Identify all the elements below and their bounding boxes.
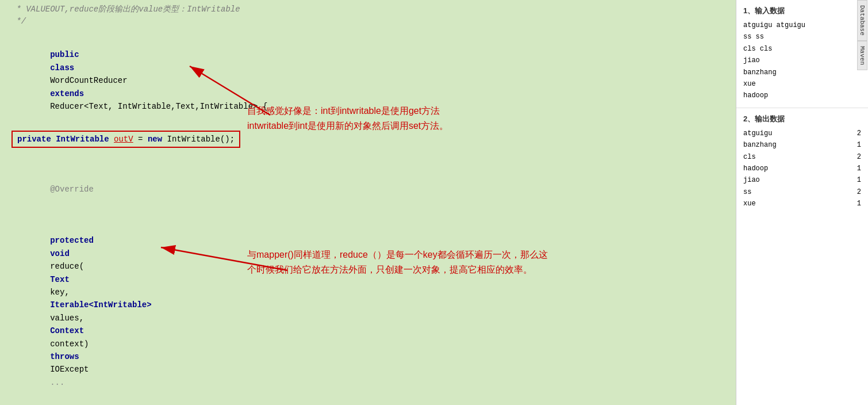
annotation-1-line1: 自我感觉好像是：int到intwritable是使用get方法: [247, 104, 448, 119]
input-item-4: jiao: [743, 55, 861, 66]
iterable-type: Iterable<IntWritable>: [50, 300, 156, 310]
annotation-2: 与mapper()同样道理，reduce（）是每一个key都会循环遍历一次，那么…: [247, 247, 548, 277]
input-item-6: xue: [743, 78, 861, 90]
class-name: WordCountReducer: [50, 76, 132, 85]
new-keyword: new: [148, 135, 167, 144]
annotation-2-line2: 个时候我们给它放在方法外面，只创建一次对象，提高它相应的效率。: [247, 262, 548, 277]
annotation-2-line1: 与mapper()同样道理，reduce（）是每一个key都会循环遍历一次，那么…: [247, 247, 548, 262]
protected-keyword: protected: [50, 236, 98, 245]
input-item-2: ss ss: [743, 31, 861, 43]
private-keyword: private: [17, 135, 56, 144]
output-word-6: ss: [743, 186, 751, 198]
class-declaration-block: public class WordCountReducer extends Re…: [0, 30, 736, 405]
output-item-6: ss 2: [743, 186, 861, 198]
override-annotation: @Override: [50, 185, 94, 194]
input-item-3: cls cls: [743, 43, 861, 55]
context-type: Context: [50, 326, 89, 335]
spacer1: [11, 152, 724, 157]
main-container: * VALUEOUT,reduce阶段输出的value类型：IntWritabl…: [0, 0, 868, 405]
override-line: @Override: [11, 157, 724, 209]
input-item-7: hadoop: [743, 90, 861, 101]
output-word-7: xue: [743, 198, 756, 209]
context-param: context): [50, 339, 94, 349]
output-item-2: banzhang 1: [743, 139, 861, 151]
text-type: Text: [50, 275, 74, 284]
input-item-5: banzhang: [743, 67, 861, 78]
class-keyword: class: [50, 63, 79, 72]
code-area: * VALUEOUT,reduce阶段输出的value类型：IntWritabl…: [0, 0, 736, 405]
input-data-section: 1、输入数据 atguigu atguigu ss ss cls cls jia…: [736, 0, 868, 108]
exception-type: IOExcept: [50, 365, 89, 374]
throws-keyword: throws: [50, 352, 84, 361]
extends-keyword: extends: [50, 89, 89, 98]
method-signature-line: protected void reduce( Text key, Iterabl…: [11, 209, 724, 402]
intwritable-type: IntWritable: [56, 135, 114, 144]
vertical-tabs: Database Maven: [857, 0, 868, 405]
highlighted-field: private IntWritable outV = new IntWritab…: [11, 131, 240, 148]
comment-line-2: */: [11, 16, 724, 28]
annotation-1: 自我感觉好像是：int到intwritable是使用get方法 intwrita…: [247, 104, 448, 133]
public-keyword: public: [50, 50, 84, 59]
output-item-7: xue 1: [743, 198, 861, 209]
output-item-1: atguigu 2: [743, 128, 861, 139]
class-generics: Reducer<Text, IntWritable,Text,IntWritab…: [50, 102, 267, 111]
output-word-4: hadoop: [743, 163, 768, 174]
truncated: ...: [50, 378, 64, 387]
values-param: values,: [50, 314, 89, 323]
output-data-section: 2、输出数据 atguigu 2 banzhang 1 cls 2 hadoop…: [736, 108, 868, 216]
output-word-3: cls: [743, 151, 756, 163]
input-title: 1、输入数据: [743, 6, 861, 16]
constructor: IntWritable();: [167, 135, 235, 144]
maven-tab[interactable]: Maven: [857, 41, 867, 70]
method-name: reduce(: [50, 262, 84, 271]
top-comment: * VALUEOUT,reduce阶段输出的value类型：IntWritabl…: [0, 0, 736, 30]
spacer2: [11, 402, 724, 405]
database-tab[interactable]: Database: [857, 0, 867, 41]
annotation-1-line2: intwritable到int是使用新的对象然后调用set方法。: [247, 119, 448, 133]
output-word-5: jiao: [743, 174, 760, 186]
comment-line-1: * VALUEOUT,reduce阶段输出的value类型：IntWritabl…: [11, 3, 724, 16]
right-panel: 1、输入数据 atguigu atguigu ss ss cls cls jia…: [736, 0, 868, 405]
output-word-2: banzhang: [743, 139, 777, 151]
outv-variable: outV: [114, 135, 133, 144]
void-type: void: [50, 249, 74, 258]
output-word-1: atguigu: [743, 128, 772, 139]
output-item-5: jiao 1: [743, 174, 861, 186]
key-param: key,: [50, 288, 74, 297]
input-item-1: atguigu atguigu: [743, 20, 861, 31]
output-item-4: hadoop 1: [743, 163, 861, 174]
output-title: 2、输出数据: [743, 114, 861, 124]
assignment: =: [138, 135, 148, 144]
output-item-3: cls 2: [743, 151, 861, 163]
